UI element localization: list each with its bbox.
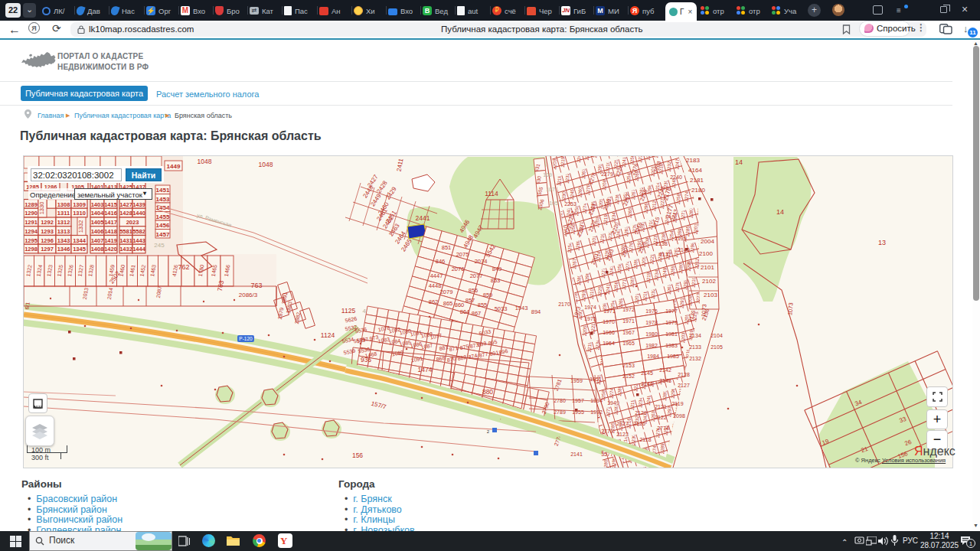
svg-text:1427: 1427 (119, 201, 132, 208)
svg-text:2293: 2293 (666, 406, 671, 417)
svg-text:1312: 1312 (57, 219, 70, 226)
svg-text:2208: 2208 (601, 179, 606, 191)
svg-text:2075: 2075 (456, 251, 469, 258)
svg-text:2101: 2101 (701, 264, 714, 271)
svg-text:2144: 2144 (641, 381, 653, 386)
svg-text:1408: 1408 (91, 246, 104, 253)
svg-text:2267: 2267 (571, 258, 577, 269)
svg-text:1293: 1293 (41, 228, 54, 235)
svg-text:1970: 1970 (603, 319, 615, 324)
svg-text:2004: 2004 (701, 238, 714, 245)
svg-text:1966: 1966 (603, 330, 615, 335)
svg-text:853: 853 (491, 277, 501, 284)
svg-text:2145: 2145 (641, 370, 653, 376)
svg-text:2137: 2137 (659, 252, 671, 257)
svg-text:1296: 1296 (41, 237, 54, 244)
svg-text:1457: 1457 (156, 231, 170, 238)
svg-text:14: 14 (735, 158, 743, 166)
svg-text:2210: 2210 (589, 288, 594, 299)
svg-text:4447: 4447 (430, 272, 443, 279)
svg-text:2076: 2076 (452, 266, 465, 272)
svg-text:1984: 1984 (647, 354, 659, 359)
svg-text:2143: 2143 (659, 378, 671, 383)
svg-text:1419: 1419 (104, 237, 117, 244)
svg-text:857: 857 (466, 297, 475, 304)
svg-text:1949: 1949 (607, 400, 619, 406)
svg-text:1330: 1330 (38, 202, 45, 215)
svg-text:2241: 2241 (605, 283, 610, 295)
svg-text:2100: 2100 (699, 250, 713, 257)
svg-text:2280: 2280 (603, 459, 608, 468)
svg-text:2118: 2118 (639, 437, 651, 442)
svg-text:1418: 1418 (104, 228, 117, 235)
svg-text:2232: 2232 (666, 161, 671, 172)
svg-text:1346: 1346 (57, 246, 70, 253)
svg-text:1971: 1971 (603, 308, 616, 314)
svg-text:2141: 2141 (570, 452, 583, 457)
svg-text:1449: 1449 (167, 163, 181, 170)
svg-text:2256: 2256 (613, 281, 619, 292)
svg-text:1416: 1416 (104, 210, 117, 217)
svg-text:856: 856 (469, 287, 479, 294)
svg-text:1982: 1982 (645, 343, 658, 348)
svg-text:2203: 2203 (653, 156, 658, 158)
svg-text:2201: 2201 (693, 223, 698, 235)
svg-text:5582: 5582 (132, 228, 145, 235)
svg-text:2276: 2276 (585, 184, 590, 195)
svg-text:1406: 1406 (91, 228, 104, 235)
svg-text:2133: 2133 (689, 344, 701, 350)
svg-text:2265: 2265 (670, 265, 675, 276)
svg-text:5033: 5033 (495, 305, 508, 312)
svg-text:1292: 1292 (41, 219, 54, 226)
svg-text:2183: 2183 (686, 157, 700, 164)
svg-text:1964: 1964 (603, 341, 615, 346)
svg-text:1967: 1967 (622, 330, 635, 335)
svg-text:1976: 1976 (645, 308, 658, 314)
svg-text:1290: 1290 (24, 210, 38, 217)
svg-text:1965: 1965 (622, 341, 635, 346)
svg-text:2119: 2119 (671, 401, 683, 406)
svg-text:1124: 1124 (321, 331, 335, 339)
svg-text:2280: 2280 (592, 156, 597, 158)
svg-text:2140: 2140 (678, 247, 690, 253)
svg-text:762: 762 (178, 263, 189, 271)
svg-text:1981: 1981 (665, 331, 678, 337)
svg-text:851: 851 (442, 244, 452, 251)
svg-text:2152: 2152 (622, 373, 635, 379)
svg-text:2023: 2023 (126, 219, 139, 226)
svg-text:2127: 2127 (678, 383, 690, 388)
svg-text:894: 894 (531, 308, 541, 315)
svg-text:864: 864 (460, 308, 470, 315)
svg-text:1453: 1453 (156, 196, 170, 203)
svg-text:1403: 1403 (91, 201, 104, 208)
svg-text:2086/3: 2086/3 (239, 292, 258, 298)
svg-text:1295: 1295 (24, 237, 38, 244)
svg-text:2103: 2103 (704, 292, 717, 298)
svg-text:2074: 2074 (475, 258, 488, 265)
svg-text:860: 860 (455, 302, 465, 308)
svg-text:2274: 2274 (609, 387, 614, 399)
svg-text:156: 156 (352, 452, 363, 459)
svg-text:2287: 2287 (629, 276, 635, 288)
svg-text:1971: 1971 (622, 318, 635, 324)
svg-text:2279: 2279 (601, 171, 613, 177)
svg-text:2441: 2441 (416, 214, 430, 222)
svg-text:1456: 1456 (156, 222, 170, 229)
svg-text:1343: 1343 (57, 237, 70, 244)
svg-text:2105: 2105 (710, 344, 723, 350)
svg-text:2293: 2293 (580, 290, 586, 302)
svg-text:1289: 1289 (24, 201, 38, 208)
svg-text:2291: 2291 (679, 297, 684, 308)
svg-text:2258: 2258 (675, 193, 681, 204)
svg-text:2230: 2230 (560, 191, 566, 202)
svg-text:1977: 1977 (665, 308, 678, 314)
svg-text:2121: 2121 (655, 404, 667, 409)
svg-text:2098: 2098 (673, 413, 685, 419)
svg-text:1310: 1310 (73, 210, 86, 217)
svg-text:13: 13 (878, 239, 886, 246)
svg-text:105: 105 (549, 201, 558, 206)
svg-text:1943: 1943 (515, 305, 528, 311)
svg-text:1332: 1332 (77, 220, 84, 233)
svg-text:1417: 1417 (104, 219, 117, 226)
svg-text:2296: 2296 (643, 202, 648, 214)
